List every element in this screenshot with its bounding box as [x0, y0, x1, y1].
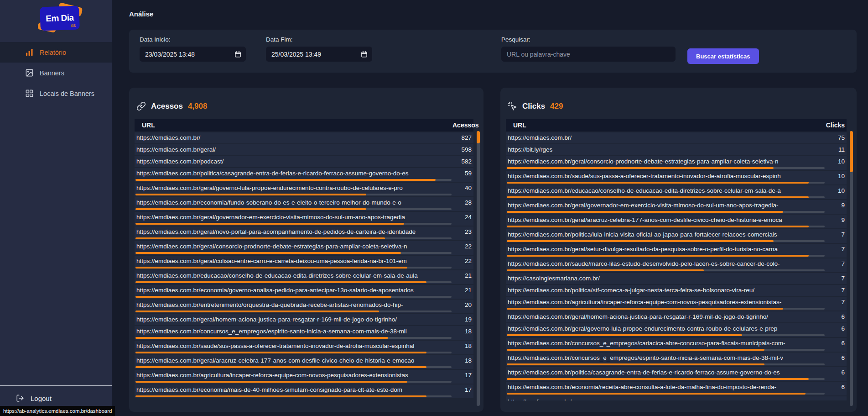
horizontal-scrollbar[interactable] [135, 194, 452, 195]
column-header-value: Acessos [452, 119, 473, 132]
horizontal-scrollbar[interactable] [507, 211, 825, 213]
scrollbar-thumb[interactable] [507, 182, 809, 184]
sidebar-item-label: Banners [40, 69, 64, 77]
scrollbar-thumb[interactable] [135, 311, 379, 312]
sidebar-item-banners[interactable]: Banners [0, 63, 112, 83]
row-value: 11 [826, 144, 847, 155]
scrollbar-thumb[interactable] [507, 308, 783, 310]
row-value: 10 [826, 185, 847, 199]
row-url: https://emdiaes.com.br/educacao/conselho… [135, 270, 452, 281]
horizontal-scrollbar[interactable] [507, 255, 825, 257]
scrollbar-thumb[interactable] [850, 131, 853, 172]
scrollbar-thumb[interactable] [135, 223, 404, 225]
table-row: https://emdiaes.com.br/saude/sus-passa-a… [506, 171, 847, 184]
horizontal-scrollbar[interactable] [507, 334, 825, 336]
horizontal-scrollbar[interactable] [507, 196, 825, 198]
horizontal-scrollbar[interactable] [507, 349, 825, 351]
row-url: https://casoinglesmariana.com.br/ [506, 273, 826, 284]
row-value: 7 [826, 229, 847, 243]
panel-acessos: Acessos 4,908 URL Acessos https://emdiae… [129, 88, 483, 412]
scrollbar-thumb[interactable] [477, 131, 480, 143]
horizontal-scrollbar[interactable] [135, 267, 452, 269]
search-stats-button[interactable]: Buscar estatísticas [687, 48, 759, 64]
horizontal-scrollbar[interactable] [507, 393, 825, 395]
sidebar-item-locais-de-banners[interactable]: Locais de Banners [0, 83, 112, 104]
scrollbar-thumb[interactable] [135, 296, 391, 298]
horizontal-scrollbar[interactable] [135, 237, 452, 239]
horizontal-scrollbar[interactable] [135, 366, 452, 368]
horizontal-scrollbar[interactable] [135, 223, 452, 225]
horizontal-scrollbar[interactable] [135, 311, 452, 312]
panel-total: 429 [550, 102, 563, 111]
scrollbar-thumb[interactable] [135, 337, 388, 339]
row-value: 6 [826, 338, 847, 352]
row-value: 10 [826, 156, 847, 170]
horizontal-scrollbar[interactable] [507, 269, 825, 271]
table-row: https://emdiaes.com.br/economia/governo-… [135, 285, 473, 299]
tables-row: Acessos 4,908 URL Acessos https://emdiae… [129, 88, 857, 412]
sidebar-item-relatorio[interactable]: Relatório [0, 42, 112, 63]
horizontal-scrollbar[interactable] [507, 363, 825, 365]
horizontal-scrollbar[interactable] [507, 226, 825, 227]
scrollbar-thumb[interactable] [135, 252, 401, 254]
horizontal-scrollbar[interactable] [135, 179, 452, 181]
scrollbar-thumb[interactable] [507, 255, 809, 257]
horizontal-scrollbar[interactable] [135, 281, 452, 283]
horizontal-scrollbar[interactable] [135, 208, 452, 210]
scrollbar-thumb[interactable] [135, 366, 426, 368]
row-value: 6 [826, 367, 847, 381]
scrollbar-thumb[interactable] [507, 349, 764, 351]
scrollbar-thumb[interactable] [135, 179, 436, 181]
horizontal-scrollbar[interactable] [507, 308, 825, 310]
row-url: https://emdiaes.com.br/concursos_e_empre… [506, 353, 826, 363]
row-value: 9 [826, 200, 847, 214]
scrollbar-thumb[interactable] [507, 363, 764, 365]
scrollbar-thumb[interactable] [135, 381, 407, 383]
row-value: 827 [452, 132, 473, 143]
horizontal-scrollbar[interactable] [135, 381, 452, 383]
end-datetime-input[interactable] [266, 47, 372, 62]
scrollbar-thumb[interactable] [507, 240, 774, 242]
scrollbar-thumb[interactable] [135, 194, 366, 195]
vertical-scrollbar[interactable] [850, 131, 853, 406]
end-date-group: Data Fim: [266, 36, 372, 62]
scrollbar-thumb[interactable] [507, 378, 809, 380]
horizontal-scrollbar[interactable] [135, 296, 452, 298]
scrollbar-thumb[interactable] [135, 237, 385, 239]
horizontal-scrollbar[interactable] [507, 182, 825, 184]
horizontal-scrollbar[interactable] [507, 167, 825, 169]
vertical-scrollbar[interactable] [477, 131, 480, 406]
filter-panel: Data Inicio: Data Fim: Pesqu [129, 30, 857, 73]
horizontal-scrollbar[interactable] [135, 337, 452, 339]
table-row: https://emdiaes.com.br/geral/setur-divul… [506, 244, 847, 258]
scrollbar-thumb[interactable] [507, 211, 783, 213]
horizontal-scrollbar[interactable] [507, 378, 825, 380]
app-logo: Em Dia ES [40, 6, 79, 30]
logout-button[interactable]: Logout [0, 394, 112, 402]
row-value [826, 396, 847, 400]
search-input[interactable] [501, 47, 676, 62]
row-value: 7 [826, 285, 847, 296]
start-datetime-input[interactable] [140, 47, 246, 62]
scrollbar-thumb[interactable] [135, 267, 407, 269]
horizontal-scrollbar[interactable] [135, 395, 452, 397]
scrollbar-thumb[interactable] [507, 226, 809, 227]
scrollbar-thumb[interactable] [507, 334, 742, 336]
scrollbar-thumb[interactable] [507, 167, 774, 169]
row-url: https://emdiaes.com.br/politica/casagran… [135, 168, 452, 179]
row-url: https://emdiaes.com.br/agricultura/incap… [135, 370, 452, 381]
scrollbar-thumb[interactable] [507, 269, 704, 271]
scrollbar-thumb[interactable] [135, 352, 426, 353]
horizontal-scrollbar[interactable] [135, 352, 452, 353]
logout-icon [16, 394, 24, 402]
scrollbar-thumb[interactable] [507, 196, 809, 198]
table-row: https://emdiaes.com.br/economia/fundo-so… [135, 197, 473, 211]
horizontal-scrollbar[interactable] [135, 252, 452, 254]
scrollbar-thumb[interactable] [135, 208, 366, 210]
scrollbar-thumb[interactable] [135, 281, 426, 283]
scrollbar-thumb[interactable] [135, 395, 426, 397]
scrollbar-thumb[interactable] [507, 393, 806, 395]
divider [0, 385, 112, 386]
horizontal-scrollbar[interactable] [507, 240, 825, 242]
row-url: https://emdiaes.com.br/geral/setur-divul… [506, 244, 826, 255]
